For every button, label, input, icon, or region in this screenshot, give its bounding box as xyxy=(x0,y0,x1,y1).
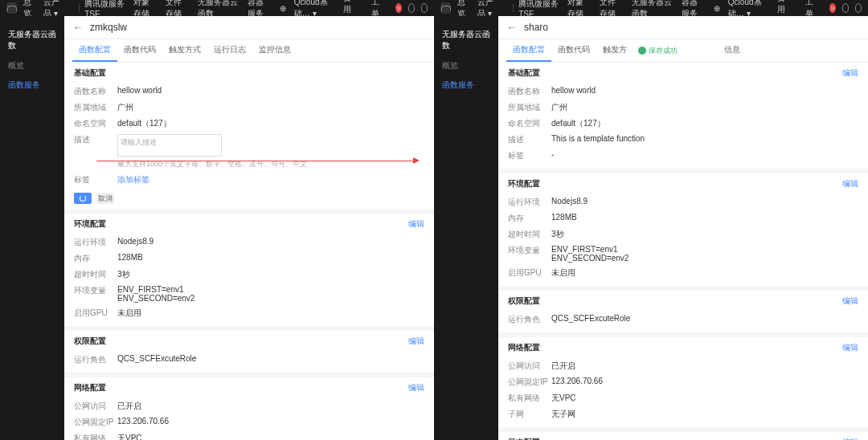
tab-code-r[interactable]: 函数代码 xyxy=(551,39,596,62)
help-icon[interactable] xyxy=(408,3,415,13)
lbl-name-r: 函数名称 xyxy=(508,86,551,97)
cloud-logo-r[interactable] xyxy=(440,2,451,14)
back-icon-r[interactable]: ← xyxy=(506,21,518,34)
lbl-role: 运行角色 xyxy=(74,354,117,365)
cancel-button[interactable]: 取消 xyxy=(96,193,114,204)
lbl-mem-r: 内存 xyxy=(508,213,551,224)
val-pubnet: 已开启 xyxy=(117,401,141,412)
notif-badge-r[interactable]: 9 xyxy=(829,3,835,13)
lbl-pubnet: 公网访问 xyxy=(74,401,117,412)
section-basic: 基础配置 函数名称hellow world 所属地域广州 命名空间default… xyxy=(64,63,434,214)
lbl-envvar: 环境变量 xyxy=(74,285,117,303)
lbl-vpc: 私有网络 xyxy=(74,433,117,440)
sec-title-net-r: 网络配置 xyxy=(508,342,858,353)
val-name-r: hellow world xyxy=(551,86,596,97)
link-add-r[interactable]: ⊕ xyxy=(714,4,720,13)
edit-net[interactable]: 编辑 xyxy=(408,382,424,393)
back-icon[interactable]: ← xyxy=(72,21,84,34)
tab-config[interactable]: 函数配置 xyxy=(72,39,117,62)
val-pubip-r: 123.206.70.66 xyxy=(551,377,603,388)
save-button[interactable] xyxy=(74,193,92,204)
desc-input[interactable]: 请输入描述 xyxy=(117,134,222,157)
edit-net-r[interactable]: 编辑 xyxy=(842,342,858,353)
sec-title-net: 网络配置 xyxy=(74,382,424,393)
lbl-runtime-r: 运行环境 xyxy=(508,197,551,208)
val-ns: default（127） xyxy=(117,118,171,129)
sidebar-title: 无服务器云函数 xyxy=(0,24,64,56)
section-net: 网络配置 编辑 公网访问已开启 公网固定IP123.206.70.66 私有网络… xyxy=(64,377,434,440)
divider-r xyxy=(513,4,514,12)
lbl-pubnet-r: 公网访问 xyxy=(508,361,551,372)
sec-title-perm: 权限配置 xyxy=(74,336,424,347)
section-basic-r: 基础配置 编辑 函数名称hellow world 所属地域广州 命名空间defa… xyxy=(498,63,868,173)
sec-title-log-r: 日志配置 xyxy=(508,437,858,440)
sidebar-title-r: 无服务器云函数 xyxy=(434,24,498,56)
sidebar: 无服务器云函数 概览 函数服务 xyxy=(0,16,64,440)
val-ns-r: default（127） xyxy=(551,118,605,129)
val-subnet-r: 无子网 xyxy=(551,409,575,420)
tab-logs[interactable]: 运行日志 xyxy=(207,39,252,62)
val-vpc: 无VPC xyxy=(117,433,142,440)
section-env-r: 环境配置 编辑 运行环境Nodejs8.9 内存128MB 超时时间3秒 环境变… xyxy=(498,173,868,291)
lbl-name: 函数名称 xyxy=(74,86,117,97)
section-net-r: 网络配置 编辑 公网访问已开启 公网固定IP123.206.70.66 私有网络… xyxy=(498,337,868,432)
edit-env-r[interactable]: 编辑 xyxy=(842,178,858,189)
sidebar-overview[interactable]: 概览 xyxy=(0,56,64,75)
val-timeout-r: 3秒 xyxy=(551,229,564,240)
lbl-tag: 标签 xyxy=(74,174,117,185)
val-gpu: 未启用 xyxy=(117,308,141,319)
notif-badge[interactable]: 9 xyxy=(395,3,401,13)
link-add[interactable]: ⊕ xyxy=(280,4,286,13)
val-role-r: QCS_SCFExcuteRole xyxy=(551,314,630,325)
tab-trigger-r[interactable]: 触发方 xyxy=(596,39,633,62)
lbl-gpu-r: 启用GPU xyxy=(508,267,551,279)
edit-perm-r[interactable]: 编辑 xyxy=(842,295,858,307)
lbl-runtime: 运行环境 xyxy=(74,237,117,248)
section-log-r: 日志配置 编辑 日志集wqed 日志主题asdjw xyxy=(498,432,868,440)
val-region-r: 广州 xyxy=(551,102,567,113)
lbl-ns-r: 命名空间 xyxy=(508,118,551,129)
val-mem: 128MB xyxy=(117,253,143,264)
cloud-logo[interactable] xyxy=(6,2,17,14)
section-perm-r: 权限配置 编辑 运行角色QCS_SCFExcuteRole xyxy=(498,291,868,337)
sidebar-functions[interactable]: 函数服务 xyxy=(0,75,64,95)
val-envvar-r: ENV_FIRST=env1ENV_SECOND=env2 xyxy=(551,245,628,263)
tab-monitor[interactable]: 监控信息 xyxy=(252,39,297,62)
sidebar-functions-r[interactable]: 函数服务 xyxy=(434,75,498,95)
val-pubnet-r: 已开启 xyxy=(551,361,575,372)
page-title: zmkqslw xyxy=(90,22,127,33)
lbl-mem: 内存 xyxy=(74,253,117,264)
content-panel-r: ← sharo 函数配置 函数代码 触发方 保存成功 信息 基础配置 编辑 函数… xyxy=(498,16,868,440)
sec-title-perm-r: 权限配置 xyxy=(508,295,858,307)
tab-config-r[interactable]: 函数配置 xyxy=(506,39,551,62)
val-envvar: ENV_FIRST=env1ENV_SECOND=env2 xyxy=(117,285,194,303)
section-perm: 权限配置 编辑 运行角色QCS_SCFExcuteRole xyxy=(64,331,434,377)
edit-env[interactable]: 编辑 xyxy=(408,218,424,230)
user-icon[interactable] xyxy=(421,3,428,13)
tab-code[interactable]: 函数代码 xyxy=(117,39,162,62)
val-pubip: 123.206.70.66 xyxy=(117,417,169,428)
val-timeout: 3秒 xyxy=(117,269,130,280)
sec-title-env-r: 环境配置 xyxy=(508,178,858,189)
edit-basic-r[interactable]: 编辑 xyxy=(842,67,858,79)
lbl-desc: 描述 xyxy=(74,134,117,169)
tab-info-r[interactable]: 信息 xyxy=(718,39,747,62)
sec-title-basic: 基础配置 xyxy=(74,67,424,79)
content-panel: ← zmkqslw 函数配置 函数代码 触发方式 运行日志 监控信息 基础配置 … xyxy=(64,16,434,440)
val-gpu-r: 未启用 xyxy=(551,267,575,279)
val-runtime-r: Nodejs8.9 xyxy=(551,197,588,208)
help-icon-r[interactable] xyxy=(842,3,849,13)
val-mem-r: 128MB xyxy=(551,213,577,224)
desc-hint: 最大支持1000个英文字母、数字、空格、逗号、句号、中文 xyxy=(117,159,307,169)
topbar-r: 总览 云产品 ▾ 腾讯微服务TSF 对象存储 文件存储 无服务器云函数 容器服务… xyxy=(434,0,868,16)
lbl-desc-r: 描述 xyxy=(508,134,551,145)
lbl-region: 所属地域 xyxy=(74,102,117,113)
user-icon-r[interactable] xyxy=(855,3,862,13)
lbl-region-r: 所属地域 xyxy=(508,102,551,113)
add-tag-link[interactable]: 添加标签 xyxy=(117,174,149,185)
sidebar-overview-r[interactable]: 概览 xyxy=(434,56,498,75)
edit-perm[interactable]: 编辑 xyxy=(408,336,424,347)
tab-trigger[interactable]: 触发方式 xyxy=(162,39,207,62)
edit-log-r[interactable]: 编辑 xyxy=(842,437,858,440)
save-success-badge: 保存成功 xyxy=(638,46,678,56)
